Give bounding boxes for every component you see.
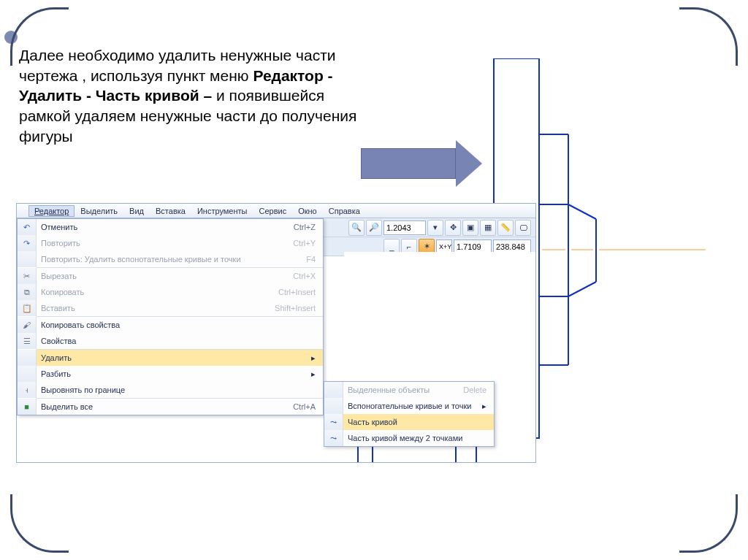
app-window: Редактор Выделить Вид Вставка Инструмент… xyxy=(16,203,536,463)
menu-item-2: Повторить: Удалить вспонотательные кривы… xyxy=(18,251,323,267)
menu-item-shortcut: Ctrl+Y xyxy=(293,239,318,248)
screen-icon[interactable]: 🖵 xyxy=(515,220,531,236)
chevron-right-icon: ▸ xyxy=(311,369,318,379)
submenu-item-label: Вспоногательные кривые и точки xyxy=(343,402,482,410)
blank-icon xyxy=(18,366,37,382)
menu-item-shortcut: F4 xyxy=(306,255,318,264)
zoom-in-icon[interactable]: 🔎 xyxy=(366,220,382,236)
menu-item-shortcut: Ctrl+Z xyxy=(294,223,318,231)
submenu-item-0: Выделенные объектыDelete xyxy=(324,382,494,398)
menu-item-1: ↷ПовторитьCtrl+Y xyxy=(18,235,323,251)
blank-icon xyxy=(18,251,37,267)
menu-item-6[interactable]: 🖌Копировать свойства xyxy=(18,317,323,333)
chevron-right-icon: ▸ xyxy=(311,353,318,363)
submenu-item-3[interactable]: ⤳Часть кривой между 2 точками xyxy=(324,430,494,446)
undo-icon: ↶ xyxy=(18,219,37,235)
menu-item-4: ⧉КопироватьCtrl+Insert xyxy=(18,284,323,300)
menu-tools[interactable]: Инструменты xyxy=(191,205,253,217)
menu-item-shortcut: Ctrl+Insert xyxy=(278,288,318,296)
curve2-icon: ⤳ xyxy=(324,430,343,446)
menubar: Редактор Выделить Вид Вставка Инструмент… xyxy=(17,204,535,218)
grid-icon[interactable]: ▦ xyxy=(480,220,496,236)
menu-item-label: Удалить xyxy=(37,353,311,362)
frame-corner xyxy=(10,494,69,553)
menu-item-5: 📋ВставитьShift+Insert xyxy=(18,300,323,316)
menu-editor[interactable]: Редактор xyxy=(28,205,75,217)
menu-item-label: Повторить xyxy=(37,239,293,248)
dropdown-icon[interactable]: ▾ xyxy=(427,220,443,236)
chevron-right-icon: ▸ xyxy=(482,402,489,411)
svg-line-7 xyxy=(568,282,596,296)
blank-icon xyxy=(18,350,37,366)
paste-icon: 📋 xyxy=(18,300,37,316)
curve-icon: ⤳ xyxy=(324,414,343,430)
menu-item-11[interactable]: ■Выделить всеCtrl+A xyxy=(18,399,323,415)
fit-icon[interactable]: ▣ xyxy=(462,220,478,236)
menu-item-8[interactable]: Удалить▸ xyxy=(18,350,323,366)
menu-select[interactable]: Выделить xyxy=(75,205,123,217)
submenu-item-label: Выделенные объекты xyxy=(343,386,463,394)
submenu-item-label: Часть кривой между 2 точками xyxy=(343,434,489,442)
editor-dropdown: ↶ОтменитьCtrl+Z↷ПовторитьCtrl+YПовторить… xyxy=(17,218,324,415)
arrow-right xyxy=(361,140,482,187)
menu-help[interactable]: Справка xyxy=(323,205,366,217)
props-icon: ☰ xyxy=(18,333,37,349)
menu-item-7[interactable]: ☰Свойства xyxy=(18,333,323,349)
menu-item-3: ✂ВырезатьCtrl+X xyxy=(18,268,323,284)
redo-icon: ↷ xyxy=(18,235,37,251)
menu-item-label: Вставить xyxy=(37,304,275,312)
menu-service[interactable]: Сервис xyxy=(253,205,293,217)
zoom-out-icon[interactable]: 🔍 xyxy=(348,220,365,236)
selall-icon: ■ xyxy=(18,399,37,415)
svg-line-5 xyxy=(568,204,596,219)
submenu-item-2[interactable]: ⤳Часть кривой xyxy=(324,414,494,430)
menu-item-shortcut: Ctrl+X xyxy=(293,272,318,280)
measure-icon[interactable]: 📏 xyxy=(497,220,514,236)
menu-item-label: Копировать xyxy=(37,288,278,296)
align-icon: ⫞ xyxy=(18,382,37,398)
menu-item-9[interactable]: Разбить▸ xyxy=(18,366,323,382)
menu-item-label: Разбить xyxy=(37,369,311,378)
menu-view[interactable]: Вид xyxy=(123,205,150,217)
menu-item-label: Свойства xyxy=(37,337,318,345)
menu-insert[interactable]: Вставка xyxy=(150,205,191,217)
menu-item-label: Вырезать xyxy=(37,272,293,280)
menu-item-shortcut: Shift+Insert xyxy=(275,304,318,312)
frame-corner xyxy=(679,7,738,66)
brush-icon: 🖌 xyxy=(18,317,37,333)
frame-corner xyxy=(679,494,738,553)
submenu-item-label: Часть кривой xyxy=(343,418,489,426)
blank-icon xyxy=(324,382,343,398)
zoom-field[interactable]: 1.2043 xyxy=(383,220,426,235)
menu-item-label: Выделить все xyxy=(37,402,293,411)
slide-text: Далее необходимо удалить ненужные части … xyxy=(19,45,370,147)
pan-icon[interactable]: ✥ xyxy=(445,220,461,236)
menu-item-label: Отменить xyxy=(37,223,294,231)
menu-item-label: Повторить: Удалить вспонотательные кривы… xyxy=(37,255,306,264)
submenu-item-1[interactable]: Вспоногательные кривые и точки▸ xyxy=(324,398,494,414)
menu-item-label: Выровнять по границе xyxy=(37,386,318,394)
submenu-item-shortcut: Delete xyxy=(463,386,489,394)
menu-item-label: Копировать свойства xyxy=(37,321,318,329)
blank-icon xyxy=(324,398,343,414)
cut-icon: ✂ xyxy=(18,268,37,284)
menu-window[interactable]: Окно xyxy=(292,205,323,217)
menu-item-0[interactable]: ↶ОтменитьCtrl+Z xyxy=(18,219,323,235)
delete-submenu: Выделенные объектыDeleteВспоногательные … xyxy=(324,381,495,447)
menu-item-shortcut: Ctrl+A xyxy=(293,402,318,411)
copy-icon: ⧉ xyxy=(18,284,37,300)
menu-item-10[interactable]: ⫞Выровнять по границе xyxy=(18,382,323,398)
